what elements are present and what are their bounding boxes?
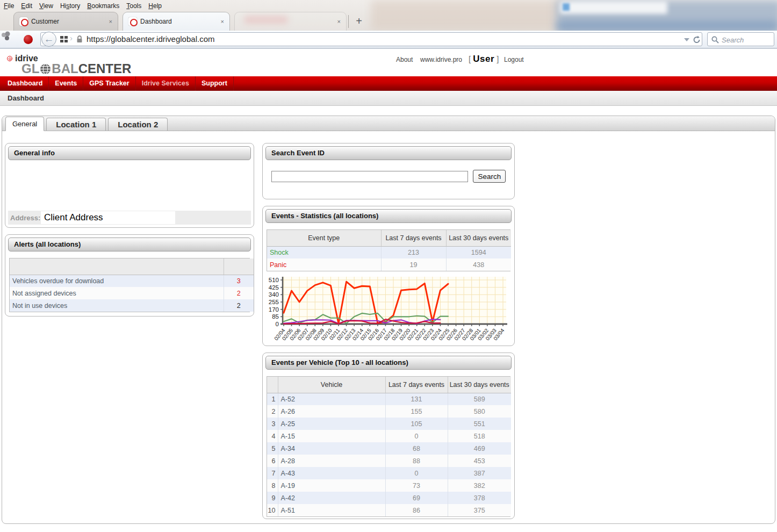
event-id-input[interactable] bbox=[271, 171, 468, 182]
last30-value: 387 bbox=[448, 467, 511, 479]
col-rank bbox=[267, 377, 278, 393]
stats-row: Panic19438 bbox=[267, 258, 511, 271]
last30-value: 518 bbox=[448, 430, 511, 442]
last7-value: 0 bbox=[385, 467, 448, 479]
logout-link[interactable]: Logout bbox=[504, 56, 524, 63]
svg-text:85: 85 bbox=[272, 313, 279, 320]
svg-text:425: 425 bbox=[269, 284, 279, 291]
address-field: Client Address bbox=[41, 211, 175, 224]
menu-help[interactable]: Help bbox=[145, 1, 165, 11]
alert-row: Not in use devices2 bbox=[10, 299, 254, 312]
last7-value: 86 bbox=[385, 504, 448, 516]
alert-label: Vehicles overdue for download bbox=[10, 275, 224, 287]
last30-value: 551 bbox=[448, 418, 511, 430]
browser-tab-dashboard[interactable]: Dashboard × bbox=[123, 12, 230, 31]
vehicle-row: 7A-430387 bbox=[267, 467, 511, 479]
vehicle-row: 1A-52131589 bbox=[267, 393, 511, 405]
tab-general[interactable]: General bbox=[5, 117, 44, 131]
url-text[interactable]: https://globalcenter.idriveglobal.com bbox=[87, 34, 214, 44]
col-vehicle: Vehicle bbox=[278, 377, 385, 393]
menu-edit[interactable]: Edit bbox=[17, 1, 35, 11]
vehicle-rank: 3 bbox=[267, 418, 278, 430]
reload-icon[interactable] bbox=[692, 35, 702, 45]
menu-history[interactable]: History bbox=[56, 1, 83, 11]
svg-text:255: 255 bbox=[269, 299, 279, 305]
tab-close-icon[interactable]: × bbox=[221, 18, 224, 25]
vehicle-row: 4A-150518 bbox=[267, 430, 511, 442]
site-identity-icon[interactable] bbox=[60, 36, 68, 43]
vehicle-name: A-43 bbox=[278, 467, 385, 479]
address-value: Client Address bbox=[44, 212, 103, 223]
back-button[interactable]: ← bbox=[41, 32, 56, 47]
chevron-icon: › bbox=[70, 33, 73, 42]
vehicle-name: A-26 bbox=[278, 405, 385, 418]
browser-tab-title: Customer bbox=[31, 18, 105, 25]
vehicle-name: A-51 bbox=[278, 504, 385, 516]
tab-divider bbox=[348, 15, 349, 28]
last7-value: 131 bbox=[385, 393, 448, 405]
nav-dashboard[interactable]: Dashboard bbox=[2, 76, 49, 91]
nav-support[interactable]: Support bbox=[196, 76, 234, 91]
search-event-header: Search Event ID bbox=[265, 146, 512, 160]
url-dropdown-icon[interactable] bbox=[684, 38, 689, 41]
browser-tab-blank[interactable]: × bbox=[234, 12, 347, 31]
event-type: Panic bbox=[267, 258, 381, 271]
new-tab-button[interactable]: + bbox=[351, 13, 367, 29]
site-header: idrive GLBALCENTER About www.idrive.pro … bbox=[0, 48, 777, 76]
alert-label: Not in use devices bbox=[10, 299, 224, 312]
breadcrumb: Dashboard bbox=[0, 91, 777, 106]
alert-value: 2 bbox=[224, 287, 254, 299]
vehicle-row: 10A-5186375 bbox=[267, 504, 511, 516]
event-search-button[interactable]: Search bbox=[473, 170, 506, 183]
menu-tools[interactable]: Tools bbox=[123, 1, 145, 11]
tab-close-icon[interactable]: × bbox=[337, 18, 341, 25]
user-label[interactable]: [ User ] bbox=[469, 54, 499, 64]
browser-tab-title: Dashboard bbox=[140, 18, 217, 25]
menu-file[interactable]: File bbox=[0, 1, 17, 11]
general-info-panel: General info Address: Client Address bbox=[5, 143, 254, 228]
last7-value: 68 bbox=[385, 442, 448, 455]
about-link[interactable]: About bbox=[396, 56, 413, 63]
background-blur-icon bbox=[563, 3, 570, 11]
vehicle-rank: 6 bbox=[267, 455, 278, 467]
events-chart: 08517025534042551002/0402/0502/0602/0702… bbox=[267, 277, 512, 348]
event-type: Shock bbox=[267, 246, 381, 258]
browser-tab-customer[interactable]: Customer × bbox=[13, 12, 118, 31]
nav-gps-tracker[interactable]: GPS Tracker bbox=[83, 76, 135, 91]
last7-value: 0 bbox=[385, 430, 448, 442]
vehicle-name: A-34 bbox=[278, 442, 385, 455]
nav-idrive-services[interactable]: Idrive Services bbox=[136, 76, 196, 91]
tab-close-icon[interactable]: × bbox=[109, 18, 112, 25]
alerts-table-body: Vehicles overdue for download3Not assign… bbox=[10, 275, 254, 312]
col-last7: Last 7 days events bbox=[385, 377, 448, 393]
last30-value: 469 bbox=[448, 442, 511, 455]
vehicle-rank: 2 bbox=[267, 405, 278, 418]
last7-value: 155 bbox=[385, 405, 448, 418]
vehicle-rank: 8 bbox=[267, 479, 278, 492]
record-extension-icon[interactable] bbox=[24, 35, 33, 44]
events-per-vehicle-table: Vehicle Last 7 days events Last 30 days … bbox=[267, 377, 511, 516]
last30-value: 1594 bbox=[446, 246, 511, 258]
tab-location-2[interactable]: Location 2 bbox=[108, 118, 168, 131]
last7-value: 19 bbox=[381, 258, 446, 271]
events-statistics-panel: Events - Statistics (all locations) Even… bbox=[262, 206, 515, 346]
search-icon bbox=[711, 35, 720, 44]
alert-value: 2 bbox=[224, 299, 254, 312]
idrive-favicon bbox=[128, 17, 137, 26]
browser-search-box[interactable]: Search bbox=[707, 32, 774, 46]
menu-view[interactable]: View bbox=[35, 1, 56, 11]
svg-text:340: 340 bbox=[269, 291, 279, 298]
extension-icon[interactable] bbox=[0, 31, 12, 42]
idrive-pro-link[interactable]: www.idrive.pro bbox=[420, 56, 462, 63]
vehicle-rank: 1 bbox=[267, 393, 278, 405]
vehicle-name: A-42 bbox=[278, 492, 385, 504]
header-links: About www.idrive.pro [ User ] Logout bbox=[0, 49, 777, 77]
nav-events[interactable]: Events bbox=[49, 76, 83, 91]
menu-bookmarks[interactable]: Bookmarks bbox=[83, 1, 123, 11]
vehicle-rank: 7 bbox=[267, 467, 278, 479]
tab-location-1[interactable]: Location 1 bbox=[46, 118, 106, 131]
search-placeholder: Search bbox=[722, 36, 744, 44]
last7-value: 213 bbox=[381, 246, 446, 258]
alert-row: Not assigned devices2 bbox=[10, 287, 254, 299]
dashboard-tabs-container: GeneralLocation 1Location 2 General info… bbox=[2, 116, 775, 524]
